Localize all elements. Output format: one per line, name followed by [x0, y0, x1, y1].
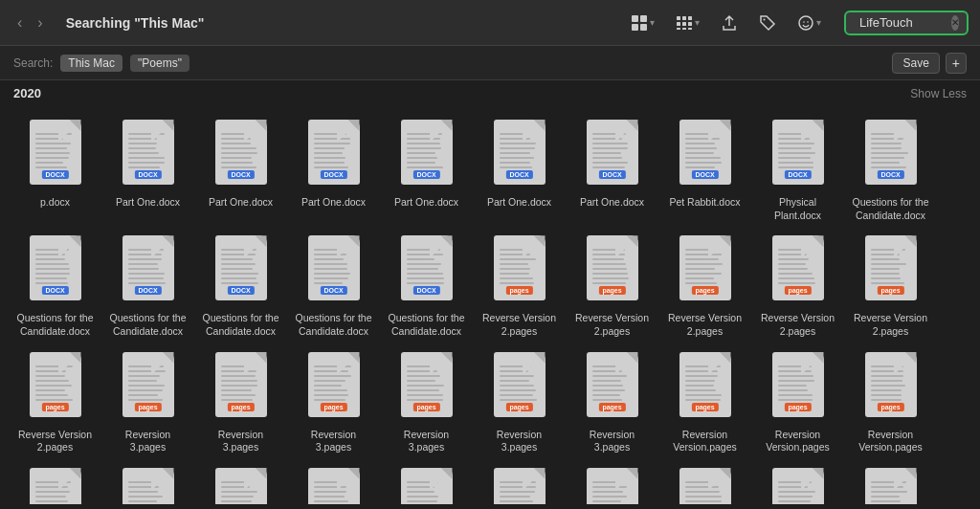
file-icon: DOCX: [489, 468, 550, 504]
svg-rect-1: [640, 15, 647, 22]
file-name: Reversion Version.pages: [849, 429, 932, 454]
list-item[interactable]: DOCX Part One.docx: [381, 114, 472, 228]
toolbar: ‹ › Searching "This Mac" ▾: [0, 0, 980, 46]
file-icon: DOCX: [303, 235, 365, 308]
svg-point-15: [803, 21, 805, 23]
list-item[interactable]: pages Reversion 3.pages: [474, 346, 565, 460]
svg-rect-9: [688, 22, 692, 26]
save-button[interactable]: Save: [892, 53, 939, 74]
list-item[interactable]: DOCX Part One.docx: [567, 114, 657, 228]
file-icon: DOCX: [489, 120, 550, 192]
svg-rect-5: [682, 16, 686, 20]
file-icon: pages: [860, 235, 922, 308]
file-icon: DOCX: [768, 468, 829, 504]
list-item[interactable]: DOCX Pet Rabbit.docx: [659, 114, 750, 228]
list-item[interactable]: DOCX Questions for the Candidate.docx: [845, 114, 936, 228]
list-item[interactable]: DOCX Questions for the Candidate.docx: [381, 230, 472, 343]
list-item[interactable]: DOCX Shame.docx: [474, 462, 565, 504]
list-item[interactable]: DOCX Shame.docx: [381, 462, 472, 504]
list-item[interactable]: pages Reverse Version 2.pages: [474, 230, 565, 343]
file-icon: DOCX: [860, 468, 922, 504]
svg-point-14: [799, 16, 813, 30]
list-item[interactable]: DOCX Some THings to Eat (1).docx: [845, 462, 936, 504]
file-name: Reversion 3.pages: [292, 429, 375, 454]
file-icon: DOCX: [303, 468, 365, 504]
svg-rect-6: [688, 16, 692, 20]
file-icon: pages: [768, 235, 829, 308]
list-item[interactable]: pages Reversion 3.pages: [288, 346, 379, 460]
file-icon: DOCX: [675, 468, 736, 504]
list-item[interactable]: pages Reversion Version.pages: [10, 462, 100, 504]
file-icon: pages: [25, 468, 86, 504]
file-icon: DOCX: [118, 120, 179, 192]
list-item[interactable]: DOCX Physical Plant.docx: [752, 114, 843, 228]
show-less-button[interactable]: Show Less: [910, 87, 967, 100]
list-item[interactable]: DOCX Questions for the Candidate.docx: [10, 230, 100, 343]
file-icon: pages: [303, 352, 365, 425]
back-button[interactable]: ‹: [11, 11, 28, 35]
add-button[interactable]: +: [946, 53, 967, 74]
file-icon: pages: [118, 468, 179, 504]
file-name: Reversion 3.pages: [385, 429, 468, 454]
file-icon: pages: [211, 352, 272, 425]
list-item[interactable]: pages Reversion Version.pages: [659, 346, 750, 460]
toolbar-title: Searching "This Mac": [66, 15, 617, 31]
list-item[interactable]: pages Reversion Version.pages: [195, 462, 286, 504]
file-name: Questions for the Candidate.docx: [199, 312, 282, 338]
search-bar-actions: Save +: [892, 53, 967, 74]
tag-icon[interactable]: [755, 11, 780, 35]
list-item[interactable]: DOCX Part One.docx: [474, 114, 565, 228]
file-icon: pages: [25, 352, 86, 425]
list-item[interactable]: pages Reversion 3.pages: [567, 346, 657, 460]
list-item[interactable]: pages Reverse Version 2.pages: [10, 346, 100, 460]
file-grid: DOCX p.docx DOCX Part One.docx DOCX Part…: [0, 106, 980, 504]
list-item[interactable]: DOCX Shame.docx: [288, 462, 379, 504]
forward-button[interactable]: ›: [32, 11, 48, 35]
file-icon: pages: [582, 352, 643, 425]
emoji-icon[interactable]: ▾: [793, 11, 825, 35]
file-icon: pages: [582, 235, 643, 308]
list-item[interactable]: DOCX Questions for the Candidate.docx: [288, 230, 379, 343]
file-icon: DOCX: [396, 120, 457, 192]
section-header: 2020 Show Less: [0, 80, 980, 106]
svg-rect-7: [677, 22, 680, 26]
list-item[interactable]: DOCX Part One.docx: [195, 114, 286, 228]
share-icon[interactable]: [717, 11, 742, 35]
list-item[interactable]: DOCX Questions for the Candidate.docx: [195, 230, 286, 343]
search-box: ✕: [844, 11, 969, 35]
file-icon: DOCX: [582, 468, 643, 504]
list-item[interactable]: pages Reverse Version 2.pages: [659, 230, 750, 343]
list-item[interactable]: DOCX p.docx: [10, 114, 100, 228]
list-item[interactable]: pages Reversion 3.pages: [381, 346, 472, 460]
file-icon: pages: [489, 235, 550, 308]
file-name: Part One.docx: [301, 196, 366, 210]
list-item[interactable]: pages Reverse Version 2.pages: [567, 230, 657, 343]
list-item[interactable]: DOCX Shame.docx: [567, 462, 657, 504]
view-list-icon[interactable]: ▾: [672, 11, 703, 35]
list-item[interactable]: pages Reversion Version.pages: [102, 462, 193, 504]
list-item[interactable]: DOCX Questions for the Candidate.docx: [102, 230, 193, 343]
file-icon: pages: [675, 235, 736, 308]
svg-rect-4: [677, 16, 680, 20]
list-item[interactable]: pages Reversion 3.pages: [195, 346, 286, 460]
list-item[interactable]: pages Reversion Version.pages: [845, 346, 936, 460]
view-grid-icon[interactable]: ▾: [627, 11, 658, 35]
list-item[interactable]: pages Reversion Version.pages: [752, 346, 843, 460]
list-item[interactable]: pages Reverse Version 2.pages: [845, 230, 936, 343]
search-tag-poems[interactable]: "Poems": [130, 55, 189, 72]
file-name: Reversion 3.pages: [478, 429, 561, 454]
file-name: Questions for the Candidate.docx: [849, 196, 932, 222]
list-item[interactable]: pages Reversion 3.pages: [102, 346, 193, 460]
file-name: p.docx: [40, 196, 70, 210]
list-item[interactable]: DOCX Shame.docx: [752, 462, 843, 504]
file-icon: DOCX: [25, 120, 86, 192]
search-clear-button[interactable]: ✕: [951, 15, 959, 31]
file-name: Questions for the Candidate.docx: [106, 312, 189, 338]
search-tag-this-mac[interactable]: This Mac: [60, 55, 122, 72]
search-input[interactable]: [859, 15, 946, 30]
list-item[interactable]: DOCX Shame.docx: [659, 462, 750, 504]
list-item[interactable]: DOCX Part One.docx: [288, 114, 379, 228]
file-name: Reverse Version 2.pages: [478, 312, 561, 338]
list-item[interactable]: DOCX Part One.docx: [102, 114, 193, 228]
list-item[interactable]: pages Reverse Version 2.pages: [752, 230, 843, 343]
